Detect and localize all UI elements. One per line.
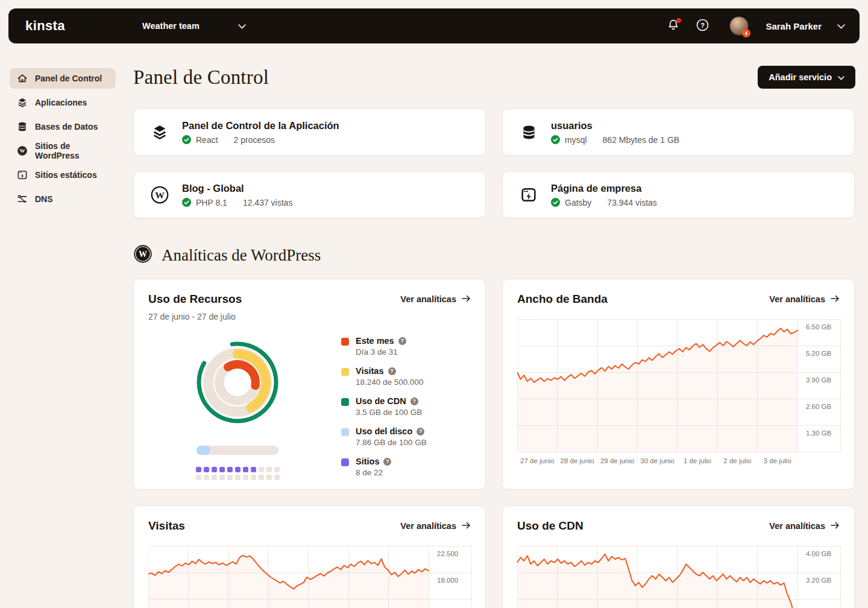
site-dot-filled [227,467,233,472]
site-dot-filled [243,467,248,472]
legend-detail: 7.86 GB de 100 GB [356,438,427,447]
legend-detail: 3.5 GB de 100 GB [356,408,422,417]
check-circle-icon [182,198,191,207]
help-tooltip-icon[interactable]: ? [383,458,391,466]
svg-text:28 de junio: 28 de junio [561,457,594,464]
sidebar-item-label: Bases de Datos [35,122,98,131]
resource-donut-chart [186,331,289,436]
site-dot-empty [266,475,272,480]
help-tooltip-icon[interactable]: ? [417,428,424,435]
site-dot-filled [251,467,256,472]
legend-detail: Día 3 de 31 [356,347,406,356]
legend-label: Uso de CDN [356,396,406,406]
svg-text:3.20 GB: 3.20 GB [806,577,832,584]
svg-text:22.500: 22.500 [437,550,458,557]
svg-text:W: W [139,250,147,259]
service-status: Gatsby [565,198,591,207]
help-icon: ? [696,19,709,34]
svg-text:27 de junio: 27 de junio [520,457,554,464]
sidebar-item-dns[interactable]: DNS [10,189,116,209]
svg-text:18.000: 18.000 [437,577,458,584]
view-analytics-link[interactable]: Ver analíticas [400,521,471,531]
site-dot-filled [219,467,225,472]
wordpress-icon: W [133,244,153,266]
sidebar-item-panel-de-control[interactable]: Panel de Control [10,68,116,89]
sidebar: Panel de Control Aplicaciones Bases de D… [10,68,116,213]
service-card-wordpress-blog[interactable]: W Blog - Global PHP 8.1 12.437 vistas [133,171,486,218]
svg-text:?: ? [700,21,705,28]
help-tooltip-icon[interactable]: ? [410,397,418,405]
team-selector[interactable]: Weather team [142,21,246,31]
svg-text:30 de junio: 30 de junio [640,457,674,464]
help-tooltip-icon[interactable]: ? [398,337,406,345]
view-analytics-link[interactable]: Ver analíticas [400,294,471,304]
help-button[interactable]: ? [696,19,709,33]
arrow-right-icon [462,294,471,304]
svg-text:2.60 GB: 2.60 GB [806,403,832,410]
database-icon [17,121,28,132]
view-analytics-link[interactable]: Ver analíticas [769,521,840,531]
svg-text:6.50 GB: 6.50 GB [806,323,832,331]
site-dot-filled [235,467,241,472]
svg-text:2 de julio: 2 de julio [723,457,751,464]
legend-item-uso-del-disco: Uso del disco? 7.86 GB de 100 GB [341,426,471,447]
static-site-icon [515,186,542,203]
legend-label: Visitas [356,366,384,376]
user-avatar[interactable] [729,16,749,36]
add-service-button[interactable]: Añadir servicio [758,66,855,89]
date-range: 27 de junio - 27 de julio [148,312,471,321]
site-dot-empty [204,475,209,480]
view-analytics-label: Ver analíticas [769,521,825,531]
service-title: Panel de Control de la Aplicación [182,120,339,131]
bandwidth-line-chart: 6.50 GB5.20 GB3.90 GB2.60 GB1.30 GB27 de… [517,319,840,472]
resource-legend: Este mes? Día 3 de 31 Visitas? 18.240 de… [327,331,471,480]
topbar: kinsta Weather team ? Sarah Parker [8,8,860,43]
site-dot-filled [212,467,217,472]
layers-icon [17,97,28,108]
site-dot-empty [259,475,264,480]
svg-text:1.30 GB: 1.30 GB [806,429,832,437]
sidebar-item-bases-de-datos[interactable]: Bases de Datos [10,116,116,137]
team-name: Weather team [142,21,200,31]
service-card-application[interactable]: Panel de Control de la Aplicación React … [133,109,486,156]
wordpress-icon: W [17,145,28,156]
svg-text:3 de julio: 3 de julio [764,457,791,464]
svg-text:W: W [20,148,25,154]
resource-usage-card: Uso de Recursos Ver analíticas 27 de jun… [133,279,486,490]
site-dot-empty [259,467,264,472]
sidebar-item-sitios-de-wordpress[interactable]: W Sitios de WordPress [10,141,116,161]
user-menu-chevron-icon[interactable] [837,21,845,31]
site-dot-empty [235,475,241,480]
legend-label: Este mes [356,336,394,346]
notifications-button[interactable] [667,19,680,33]
sidebar-item-aplicaciones[interactable]: Aplicaciones [10,92,116,113]
analytics-cards: Uso de Recursos Ver analíticas 27 de jun… [133,279,855,608]
cdn-line-chart: 4.00 GB3.20 GB [517,546,840,608]
svg-text:1 de julio: 1 de julio [684,457,711,464]
service-card-static-site[interactable]: Página de empresa Gatsby 73.944 vistas [502,171,855,218]
service-metric: 12.437 vistas [243,198,293,207]
page-title: Panel de Control [133,66,269,89]
legend-swatch [341,428,349,436]
sidebar-item-sitios-estaticos[interactable]: Sitios estáticos [10,165,116,185]
service-card-database[interactable]: usuarios mysql 862 Mbytes de 1 GB [502,109,855,156]
help-tooltip-icon[interactable]: ? [388,367,396,375]
svg-text:3.90 GB: 3.90 GB [806,376,832,384]
arrow-right-icon [831,294,840,304]
site-dot-filled [196,467,201,472]
check-circle-icon [182,135,191,144]
site-dot-empty [219,475,225,480]
legend-label: Sitios [356,457,379,466]
service-metric: 2 procesos [234,135,275,145]
arrow-right-icon [831,521,840,531]
sidebar-item-label: DNS [35,194,53,204]
svg-text:5.20 GB: 5.20 GB [806,350,832,357]
analytics-section-header: W Analíticas de WordPress [133,245,855,265]
layers-icon [146,124,174,141]
sidebar-item-label: Sitios estáticos [35,170,97,180]
view-analytics-label: Ver analíticas [769,294,825,304]
view-analytics-link[interactable]: Ver analíticas [769,294,840,304]
avatar-bolt-badge [742,29,750,37]
site-dot-empty [212,475,217,480]
check-circle-icon [551,198,560,207]
